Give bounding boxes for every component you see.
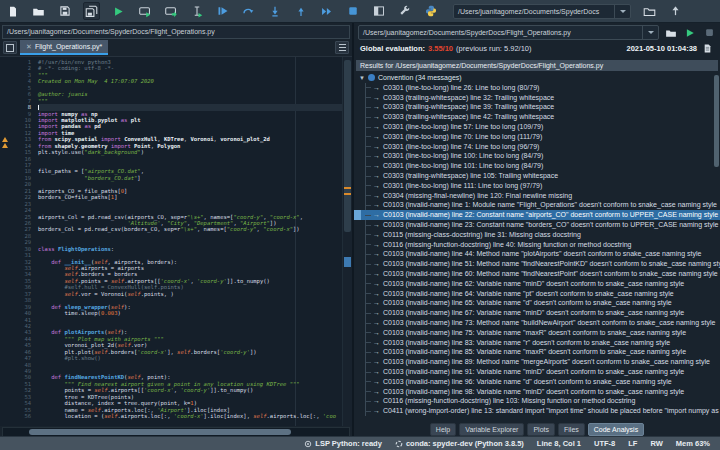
warning-mark bbox=[344, 193, 351, 195]
main-area: /Users/juanitagomez/Documents/SpyderDocs… bbox=[0, 23, 720, 437]
issue-row[interactable]: →C0103 (invalid-name) line 96: Variable … bbox=[354, 377, 720, 387]
issue-row[interactable]: →C0103 (invalid-name) line 60: Method na… bbox=[354, 269, 720, 279]
arrow-icon: → bbox=[373, 143, 380, 150]
issue-row[interactable]: →C0115 (missing-class-docstring) line 31… bbox=[354, 230, 720, 240]
step-return-button[interactable] bbox=[293, 3, 308, 19]
arrow-icon: → bbox=[373, 407, 380, 414]
run-cell-button[interactable] bbox=[137, 3, 152, 19]
panel-tab-files[interactable]: Files bbox=[558, 423, 585, 436]
step-into-button[interactable] bbox=[267, 3, 282, 19]
panel-tab-code-analysis[interactable]: Code Analysis bbox=[588, 423, 644, 436]
issue-row[interactable]: →C0103 (invalid-name) line 75: Variable … bbox=[354, 328, 720, 338]
lsp-status[interactable]: LSP Python: ready bbox=[304, 439, 382, 448]
issue-text: C0103 (invalid-name) line 60: Method nam… bbox=[383, 270, 718, 277]
issue-row[interactable]: →C0116 (missing-function-docstring) line… bbox=[354, 396, 720, 406]
chevron-down-icon bbox=[648, 31, 654, 34]
panel-tab-plots[interactable]: Plots bbox=[527, 423, 555, 436]
open-file-button[interactable] bbox=[31, 3, 46, 19]
issue-row[interactable]: →C0301 (line-too-long) line 100: Line to… bbox=[354, 151, 720, 161]
issue-row[interactable]: →C0301 (line-too-long) line 74: Line too… bbox=[354, 142, 720, 152]
editor-tab-active[interactable]: ✕ Flight_Operations.py* bbox=[20, 40, 108, 55]
issue-row[interactable]: →C0301 (line-too-long) line 101: Line to… bbox=[354, 161, 720, 171]
issue-row[interactable]: →C0103 (invalid-name) line 67: Variable … bbox=[354, 308, 720, 318]
issue-row[interactable]: →C0411 (wrong-import-order) line 13: sta… bbox=[354, 406, 720, 416]
preferences-button[interactable] bbox=[397, 3, 412, 19]
debug-file-button[interactable] bbox=[215, 3, 230, 19]
python-env-button[interactable] bbox=[423, 3, 438, 19]
issue-text: C0303 (trailing-whitespace) line 42: Tra… bbox=[383, 113, 554, 120]
new-file-button[interactable] bbox=[5, 3, 20, 19]
output-doc-button[interactable] bbox=[700, 42, 714, 56]
issue-row[interactable]: →C0103 (invalid-name) line 44: Method na… bbox=[354, 249, 720, 259]
issue-row[interactable]: →C0103 (invalid-name) line 83: Variable … bbox=[354, 338, 720, 348]
editor-code[interactable]: #!/usr/bin/env python3# -*- coding: utf-… bbox=[34, 57, 342, 426]
issue-row[interactable]: →C0103 (invalid-name) line 98: Variable … bbox=[354, 387, 720, 397]
combo-dropdown[interactable] bbox=[614, 5, 626, 18]
issue-row[interactable]: →C0103 (invalid-name) line 85: Variable … bbox=[354, 347, 720, 357]
issue-text: C0103 (invalid-name) line 89: Method nam… bbox=[383, 358, 710, 365]
analysis-file-combo[interactable]: /Users/juanitagomez/Documents/SpyderDocs… bbox=[358, 25, 659, 40]
code-editor[interactable]: 1234567891011121314151617181920212223242… bbox=[0, 57, 352, 426]
maximize-pane-button[interactable] bbox=[371, 3, 386, 19]
browse-tabs-button[interactable] bbox=[3, 41, 17, 54]
folder-icon bbox=[665, 27, 677, 39]
run-selection-button[interactable] bbox=[189, 3, 204, 19]
line-number[interactable]: 56 bbox=[10, 413, 31, 419]
chevron-expanded-icon[interactable]: ▼ bbox=[359, 75, 365, 81]
issue-row[interactable]: →C0301 (line-too-long) line 57: Line too… bbox=[354, 122, 720, 132]
issue-row[interactable]: →C0301 (line-too-long) line 26: Line too… bbox=[354, 83, 720, 93]
issue-row[interactable]: →C0303 (trailing-whitespace) line 39: Tr… bbox=[354, 102, 720, 112]
parent-dir-button[interactable] bbox=[668, 3, 683, 19]
arrow-icon: → bbox=[373, 211, 380, 218]
issue-row[interactable]: →C0103 (invalid-name) line 64: Variable … bbox=[354, 289, 720, 299]
save-button[interactable] bbox=[57, 3, 72, 19]
analysis-stop-button[interactable] bbox=[702, 26, 716, 40]
issue-row[interactable]: →C0301 (line-too-long) line 111: Line to… bbox=[354, 181, 720, 191]
hscroll-thumb[interactable] bbox=[29, 429, 291, 435]
tab-options-button[interactable] bbox=[335, 41, 349, 54]
issue-row[interactable]: →C0103 (invalid-name) line 89: Method na… bbox=[354, 357, 720, 367]
combo-dropdown[interactable] bbox=[642, 26, 654, 39]
step-over-button[interactable] bbox=[241, 3, 256, 19]
conda-icon bbox=[395, 440, 403, 448]
save-all-button[interactable] bbox=[83, 2, 100, 20]
issue-row[interactable]: →C0103 (invalid-name) line 22: Constant … bbox=[354, 210, 720, 220]
close-tab-icon[interactable]: ✕ bbox=[26, 43, 32, 50]
issue-row[interactable]: →C0304 (missing-final-newline) line 120:… bbox=[354, 191, 720, 201]
run-file-button[interactable] bbox=[111, 3, 126, 19]
issue-row[interactable]: →C0103 (invalid-name) line 91: Variable … bbox=[354, 367, 720, 377]
code-line[interactable]: location = (self.airports.loc[:, 'coord-… bbox=[38, 413, 342, 419]
analysis-browse-button[interactable] bbox=[664, 26, 678, 40]
issue-row[interactable]: →C0103 (invalid-name) line 1: Module nam… bbox=[354, 200, 720, 210]
working-directory-combo[interactable]: /Users/juanitagomez/Documents/SpyderDocs bbox=[453, 4, 631, 19]
issue-row[interactable]: →C0303 (trailing-whitespace) line 42: Tr… bbox=[354, 112, 720, 122]
python-logo-icon bbox=[425, 5, 437, 17]
issue-row[interactable]: →C0301 (line-too-long) line 70: Line too… bbox=[354, 132, 720, 142]
stop-square-icon bbox=[705, 28, 714, 37]
editor-vscrollbar[interactable] bbox=[342, 57, 352, 426]
analysis-run-button[interactable] bbox=[683, 26, 697, 40]
issue-row[interactable]: →C0116 (missing-function-docstring) line… bbox=[354, 240, 720, 250]
issue-row[interactable]: →C0103 (invalid-name) line 65: Variable … bbox=[354, 298, 720, 308]
continue-execution-button[interactable] bbox=[319, 3, 334, 19]
vscroll-thumb[interactable] bbox=[344, 60, 351, 232]
run-cell-advance-button[interactable] bbox=[163, 3, 178, 19]
status-bar: LSP Python: ready conda: spyder-dev (Pyt… bbox=[0, 436, 720, 450]
arrow-icon: → bbox=[373, 339, 380, 346]
results-scrollbar[interactable] bbox=[714, 73, 719, 422]
convention-group-header[interactable]: ▼ Convention (34 messages) bbox=[354, 73, 720, 83]
browse-working-dir-button[interactable] bbox=[642, 3, 657, 19]
issue-text: C0301 (line-too-long) line 111: Line too… bbox=[383, 182, 542, 189]
results-scroll-thumb[interactable] bbox=[714, 75, 719, 167]
panel-tab-variable-explorer[interactable]: Variable Explorer bbox=[459, 423, 524, 436]
issue-row[interactable]: →C0303 (trailing-whitespace) line 32: Tr… bbox=[354, 93, 720, 103]
issue-row[interactable]: →C0103 (invalid-name) line 23: Constant … bbox=[354, 220, 720, 230]
issue-row[interactable]: →C0103 (invalid-name) line 73: Method na… bbox=[354, 318, 720, 328]
issue-row[interactable]: →C0303 (trailing-whitespace) line 105: T… bbox=[354, 171, 720, 181]
issue-row[interactable]: →C0103 (invalid-name) line 51: Method na… bbox=[354, 259, 720, 269]
stop-button[interactable] bbox=[345, 3, 360, 19]
issue-row[interactable]: →C0103 (invalid-name) line 62: Variable … bbox=[354, 279, 720, 289]
panel-tab-help[interactable]: Help bbox=[430, 423, 456, 436]
editor-pane: /Users/juanitagomez/Documents/SpyderDocs… bbox=[0, 23, 352, 437]
conda-env-status[interactable]: conda: spyder-dev (Python 3.8.5) bbox=[395, 439, 524, 448]
